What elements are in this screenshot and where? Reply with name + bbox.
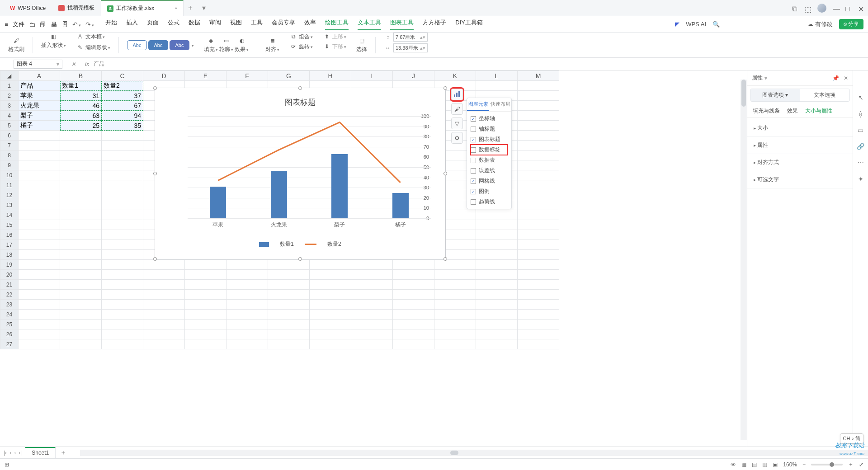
cube-icon[interactable]: ⬚ — [805, 5, 811, 11]
first-sheet-icon[interactable]: |‹ — [4, 450, 7, 456]
add-sheet-button[interactable]: ＋ — [56, 449, 71, 457]
redo-icon[interactable]: ↷ — [85, 21, 94, 28]
print-preview-icon[interactable]: 🗐 — [40, 21, 46, 28]
minimize-icon[interactable]: — — [833, 5, 839, 11]
tab-page[interactable]: 页面 — [147, 19, 159, 30]
sub-fill[interactable]: 填充与线条 — [753, 107, 780, 115]
ruler-icon[interactable]: 🗄 — [61, 21, 68, 28]
cell[interactable]: 橘子 — [19, 121, 60, 131]
checkbox-icon[interactable]: ✓ — [471, 179, 476, 184]
cell[interactable]: 63 — [60, 111, 102, 121]
chart-element-趋势线[interactable]: 趋势线 — [471, 197, 508, 207]
select-all-corner[interactable]: ◢ — [0, 71, 19, 81]
chart-element-坐标轴[interactable]: ✓坐标轴 — [471, 113, 508, 124]
save-icon[interactable]: 🗀 — [29, 21, 35, 28]
tab-list-button[interactable]: ▾ — [197, 4, 211, 12]
style-dark-pill[interactable]: Abc — [170, 40, 189, 50]
chart-element-数据表[interactable]: 数据表 — [471, 155, 508, 165]
style-more-button[interactable] — [191, 42, 194, 48]
wps-ai-label[interactable]: WPS AI — [686, 21, 706, 28]
style-outline-pill[interactable]: Abc — [127, 40, 147, 50]
tab-data[interactable]: 数据 — [189, 19, 200, 30]
effect-button[interactable]: ◐效果 — [235, 37, 249, 53]
group-button[interactable]: ⧉组合 — [289, 33, 313, 41]
rail-word-icon[interactable]: ▭ — [856, 126, 865, 135]
menu-hamburger-icon[interactable]: ≡ — [5, 21, 8, 28]
embedded-chart[interactable]: 图表标题 0102030405060708090100苹果火龙果梨子橘子 数量1… — [155, 88, 446, 259]
col-C[interactable]: C — [102, 71, 143, 81]
tab-drawingtools[interactable]: 绘图工具 — [325, 19, 349, 30]
zoom-value[interactable]: 160% — [783, 461, 797, 468]
cell[interactable]: 产品 — [19, 81, 60, 91]
checkbox-icon[interactable]: ✓ — [471, 189, 476, 194]
tab-efficiency[interactable]: 效率 — [304, 19, 316, 30]
chart-element-网格线[interactable]: ✓网格线 — [471, 176, 508, 186]
tab-diy[interactable]: DIY工具箱 — [455, 19, 483, 30]
chart-elements-button[interactable] — [451, 89, 463, 100]
rail-more-icon[interactable]: ⋯ — [856, 158, 865, 167]
checkbox-icon[interactable] — [471, 158, 476, 163]
checkbox-icon[interactable] — [471, 199, 476, 205]
col-I[interactable]: I — [351, 71, 393, 81]
col-B[interactable]: B — [60, 71, 102, 81]
print-icon[interactable]: 🖶 — [51, 21, 57, 28]
tab-member[interactable]: 会员专享 — [272, 19, 295, 30]
tab-insert[interactable]: 插入 — [126, 19, 138, 30]
section-properties[interactable]: 属性 — [747, 137, 853, 154]
chart-filter-button[interactable]: ▽ — [451, 118, 463, 129]
outline-button[interactable]: ▭轮廓 — [219, 37, 233, 53]
fx-icon[interactable]: fx — [85, 61, 89, 67]
insert-shape-button[interactable]: ◧ 插入形状 — [41, 33, 66, 49]
app-home-tab[interactable]: W WPS Office — [4, 0, 52, 16]
chart-style-button[interactable]: 🖌 — [451, 103, 463, 115]
search-icon[interactable]: 🔍 — [712, 21, 720, 28]
cell[interactable]: 火龙果 — [19, 101, 60, 111]
template-tab[interactable]: 找稻壳模板 — [52, 0, 101, 16]
col-F[interactable]: F — [226, 71, 268, 81]
align-button[interactable]: ≣对齐 — [265, 37, 279, 53]
formula-content[interactable]: 产品 — [94, 60, 104, 68]
cell[interactable]: 苹果 — [19, 91, 60, 101]
view-normal-icon[interactable]: ▦ — [741, 461, 746, 468]
rail-wand-icon[interactable]: ✦ — [856, 174, 865, 183]
cell[interactable]: 31 — [60, 91, 102, 101]
col-H[interactable]: H — [310, 71, 351, 81]
last-sheet-icon[interactable]: ›| — [19, 450, 22, 456]
chart-element-数据标签[interactable]: 数据标签 — [471, 145, 508, 155]
name-box[interactable]: 图表 4▾ — [14, 60, 62, 69]
next-sheet-icon[interactable]: › — [14, 450, 16, 456]
select-button[interactable]: ⬚ 选择 — [353, 33, 371, 57]
chart-settings-button[interactable]: ⚙ — [451, 132, 463, 144]
edit-shape-button[interactable]: ✎编辑形状 — [76, 43, 110, 52]
col-G[interactable]: G — [268, 71, 310, 81]
tab-review[interactable]: 审阅 — [209, 19, 221, 30]
fill-button[interactable]: ◆填充 — [204, 37, 218, 53]
tab-texttools[interactable]: 文本工具 — [358, 19, 381, 30]
textbox-button[interactable]: A文本框 — [76, 33, 105, 41]
chart-element-图例[interactable]: ✓图例 — [471, 186, 508, 197]
height-field[interactable]: 7.67厘米▴▾ — [393, 33, 428, 42]
cancel-icon[interactable]: ✕ — [71, 61, 76, 67]
cell[interactable]: 94 — [102, 111, 143, 121]
format-painter-button[interactable]: 🖌 格式刷 — [5, 33, 28, 57]
tab-formula[interactable]: 公式 — [168, 19, 179, 30]
cell[interactable]: 35 — [102, 121, 143, 131]
active-doc-tab[interactable]: S 工作簿数量.xlsx • — [101, 0, 184, 16]
checkbox-icon[interactable] — [471, 168, 476, 174]
status-eye-icon[interactable]: 👁 — [731, 461, 736, 468]
rail-link-icon[interactable]: 🔗 — [856, 142, 865, 151]
rail-collapse-icon[interactable]: — — [856, 77, 865, 86]
section-alt-text[interactable]: 可选文字 — [747, 171, 853, 188]
checkbox-icon[interactable] — [471, 147, 476, 153]
undo-icon[interactable]: ↶ — [72, 21, 81, 28]
col-M[interactable]: M — [518, 71, 559, 81]
cell[interactable]: 25 — [60, 121, 102, 131]
rail-select-icon[interactable]: ↖ — [856, 93, 865, 102]
rotate-button[interactable]: ⟳旋转 — [289, 42, 313, 51]
plot-area[interactable]: 0102030405060708090100苹果火龙果梨子橘子 — [174, 116, 431, 218]
panel-close-icon[interactable]: ✕ — [844, 75, 848, 81]
cell[interactable]: 67 — [102, 101, 143, 111]
new-tab-button[interactable]: ＋ — [184, 3, 197, 13]
close-icon[interactable]: ✕ — [858, 5, 864, 11]
cell[interactable]: 46 — [60, 101, 102, 111]
